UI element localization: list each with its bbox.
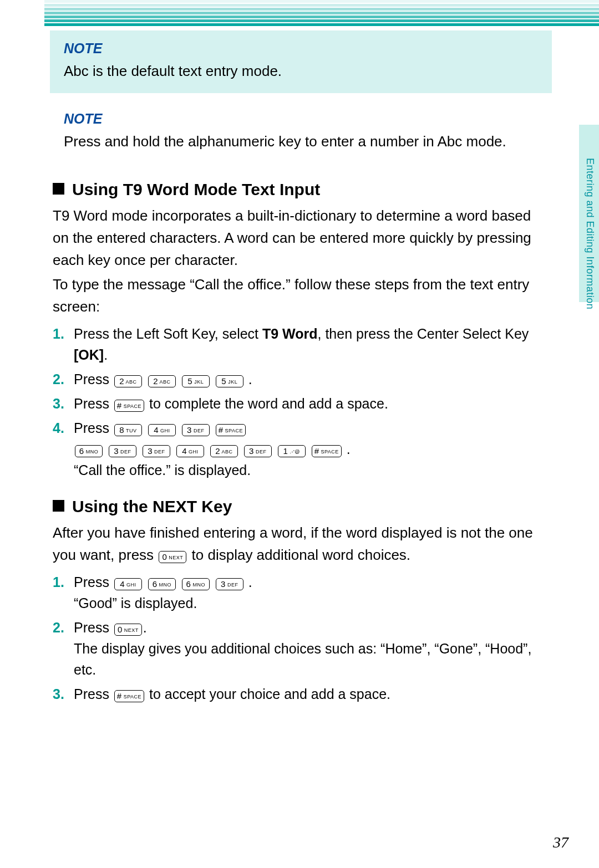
paragraph: After you have finished entering a word,… — [53, 522, 546, 566]
section-heading-t9: Using T9 Word Mode Text Input — [53, 180, 546, 199]
step-item: 2. Press 0 NEXT. The display gives you a… — [53, 617, 546, 680]
keycap-icon: 2 ABC — [114, 375, 142, 387]
keycap-icon: 3 DEF — [143, 445, 170, 457]
main-content: Using T9 Word Mode Text Input T9 Word mo… — [53, 180, 546, 704]
keycap-icon: 2 ABC — [148, 375, 176, 387]
step-number: 3. — [53, 683, 64, 704]
step-item: 1. Press 4 GHI 6 MNO 6 MNO 3 DEF . “Good… — [53, 571, 546, 614]
keycap-icon: 0 NEXT — [159, 551, 186, 563]
keycap-icon: 6 MNO — [75, 445, 103, 457]
keycap-icon: # SPACE — [114, 690, 144, 702]
note-title: NOTE — [64, 40, 538, 57]
keycap-icon: 4 GHI — [148, 424, 176, 436]
keycap-icon: 5 JKL — [182, 375, 210, 387]
page-number: 37 — [553, 834, 568, 851]
keycap-icon: 1 .-'@ — [278, 445, 306, 457]
keycap-icon: # SPACE — [312, 445, 342, 457]
steps-list-1: 1. Press the Left Soft Key, select T9 Wo… — [53, 323, 546, 481]
keycap-icon: 6 MNO — [182, 578, 210, 590]
keycap-icon: 3 DEF — [244, 445, 272, 457]
step-number: 4. — [53, 417, 64, 438]
step-item: 4. Press 8 TUV 4 GHI 3 DEF # SPACE 6 MNO… — [53, 417, 546, 481]
note-box-1: NOTE Abc is the default text entry mode. — [50, 30, 552, 93]
note-body: Press and hold the alphanumeric key to e… — [64, 130, 538, 152]
keycap-icon: 5 JKL — [216, 375, 243, 387]
step-number: 2. — [53, 369, 64, 390]
step-number: 3. — [53, 393, 64, 414]
step-item: 3. Press # SPACE to accept your choice a… — [53, 683, 546, 704]
bullet-square-icon — [53, 183, 64, 195]
step-number: 2. — [53, 617, 64, 638]
step-item: 2. Press 2 ABC 2 ABC 5 JKL 5 JKL . — [53, 369, 546, 390]
keycap-icon: 3 DEF — [182, 424, 210, 436]
keycap-icon: 8 TUV — [114, 424, 142, 436]
keycap-icon: 3 DEF — [109, 445, 136, 457]
note-box-2: NOTE Press and hold the alphanumeric key… — [50, 104, 552, 164]
section-heading-next: Using the NEXT Key — [53, 497, 546, 516]
paragraph: T9 Word mode incorporates a built-in-dic… — [53, 205, 546, 271]
step-number: 1. — [53, 323, 64, 344]
keycap-icon: 4 GHI — [176, 445, 204, 457]
step-item: 3. Press # SPACE to complete the word an… — [53, 393, 546, 414]
keycap-icon: # SPACE — [114, 400, 144, 412]
keycap-icon: 2 ABC — [210, 445, 238, 457]
keycap-icon: 3 DEF — [216, 578, 243, 590]
keycap-icon: 6 MNO — [148, 578, 176, 590]
header-decoration — [44, 0, 599, 30]
keycap-icon: # SPACE — [216, 424, 246, 436]
note-title: NOTE — [64, 111, 538, 127]
keycap-icon: 4 GHI — [114, 578, 142, 590]
bullet-square-icon — [53, 500, 64, 512]
step-number: 1. — [53, 571, 64, 593]
paragraph: To type the message “Call the office.” f… — [53, 273, 546, 318]
note-body: Abc is the default text entry mode. — [64, 60, 538, 82]
steps-list-2: 1. Press 4 GHI 6 MNO 6 MNO 3 DEF . “Good… — [53, 571, 546, 704]
step-item: 1. Press the Left Soft Key, select T9 Wo… — [53, 323, 546, 365]
chapter-tab-label: Entering and Editing Information — [584, 158, 596, 309]
keycap-icon: 0 NEXT — [114, 624, 142, 636]
